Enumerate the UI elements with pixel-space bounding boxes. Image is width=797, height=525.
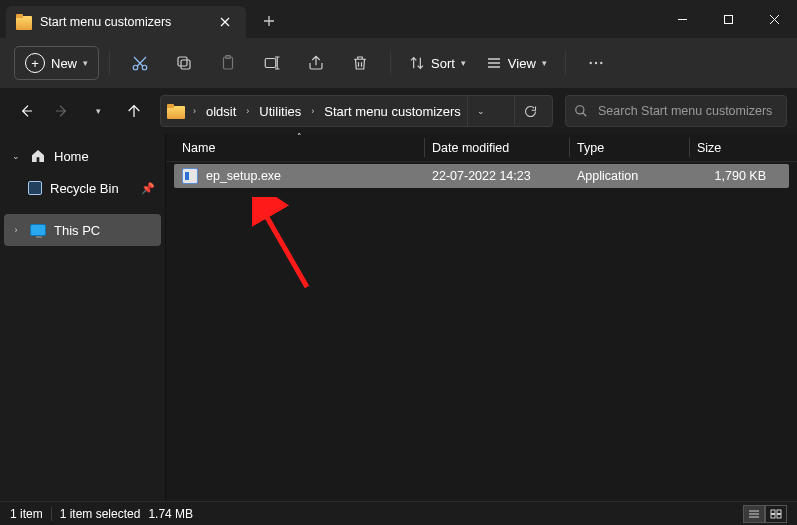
rename-button[interactable] — [252, 46, 292, 80]
svg-point-11 — [576, 106, 584, 114]
separator — [390, 51, 391, 75]
svg-point-2 — [142, 65, 147, 70]
paste-button[interactable] — [208, 46, 248, 80]
column-header-type[interactable]: Type — [569, 134, 689, 161]
svg-rect-7 — [265, 59, 276, 68]
status-selected-size: 1.74 MB — [148, 507, 193, 521]
sidebar-item-this-pc[interactable]: › This PC — [4, 214, 161, 246]
column-header-date[interactable]: Date modified — [424, 134, 569, 161]
sidebar-item-label: Recycle Bin — [50, 181, 119, 196]
sort-button[interactable]: Sort ▾ — [401, 46, 474, 80]
view-button[interactable]: View ▾ — [478, 46, 555, 80]
svg-rect-12 — [771, 510, 775, 514]
column-header-name[interactable]: Name ˄ — [174, 134, 424, 161]
svg-rect-4 — [178, 57, 187, 66]
address-row: ▾ › oldsit › Utilities › Start menu cust… — [0, 88, 797, 134]
sort-ascending-icon: ˄ — [297, 132, 302, 142]
cut-button[interactable] — [120, 46, 160, 80]
chevron-down-icon: ▾ — [542, 58, 547, 68]
column-headers: Name ˄ Date modified Type Size — [166, 134, 797, 162]
cell-date: 22-07-2022 14:23 — [424, 169, 569, 183]
sort-label: Sort — [431, 56, 455, 71]
pin-icon: 📌 — [141, 182, 155, 195]
view-mode-buttons — [743, 505, 787, 523]
copy-button[interactable] — [164, 46, 204, 80]
delete-button[interactable] — [340, 46, 380, 80]
svg-rect-3 — [181, 60, 190, 69]
spacer — [4, 204, 161, 214]
history-dropdown-button[interactable]: ⌄ — [467, 96, 495, 126]
svg-rect-13 — [777, 510, 781, 514]
main: ⌄ Home Recycle Bin 📌 › This PC Name ˄ Da… — [0, 134, 797, 501]
chevron-right-icon: › — [10, 225, 22, 235]
monitor-icon — [30, 222, 46, 238]
new-button[interactable]: + New ▾ — [14, 46, 99, 80]
tab-close-button[interactable] — [214, 11, 236, 33]
sidebar-item-recycle-bin[interactable]: Recycle Bin 📌 — [4, 172, 161, 204]
up-button[interactable] — [118, 95, 150, 127]
home-icon — [30, 148, 46, 164]
column-label: Size — [697, 141, 721, 155]
status-selected-count: 1 item selected — [60, 507, 141, 521]
svg-rect-14 — [771, 514, 775, 518]
window-controls — [659, 0, 797, 38]
titlebar: Start menu customizers — [0, 0, 797, 38]
status-bar: 1 item 1 item selected 1.74 MB — [0, 501, 797, 525]
refresh-button[interactable] — [514, 96, 546, 126]
status-item-count: 1 item — [10, 507, 43, 521]
file-row[interactable]: ep_setup.exe 22-07-2022 14:23 Applicatio… — [174, 164, 789, 188]
close-button[interactable] — [751, 0, 797, 38]
minimize-button[interactable] — [659, 0, 705, 38]
cell-name: ep_setup.exe — [174, 168, 424, 184]
breadcrumb-segment[interactable]: oldsit — [204, 104, 238, 119]
details-view-button[interactable] — [743, 505, 765, 523]
folder-icon — [16, 14, 32, 30]
separator — [109, 51, 110, 75]
svg-rect-0 — [724, 15, 732, 23]
toolbar: + New ▾ Sort ▾ View ▾ — [0, 38, 797, 88]
svg-point-8 — [589, 62, 591, 64]
svg-point-10 — [600, 62, 602, 64]
column-label: Name — [182, 141, 215, 155]
sidebar-item-label: This PC — [54, 223, 100, 238]
tab-title: Start menu customizers — [40, 15, 171, 29]
new-label: New — [51, 56, 77, 71]
recycle-bin-icon — [28, 181, 42, 195]
file-name: ep_setup.exe — [206, 169, 281, 183]
chevron-down-icon: ▾ — [461, 58, 466, 68]
search-input[interactable] — [596, 103, 778, 119]
content-area: Name ˄ Date modified Type Size ep_setup.… — [166, 134, 797, 501]
application-icon — [182, 168, 198, 184]
separator — [565, 51, 566, 75]
chevron-right-icon: › — [242, 106, 253, 116]
tab-active[interactable]: Start menu customizers — [6, 6, 246, 38]
chevron-down-icon: ▾ — [83, 58, 88, 68]
file-list[interactable]: ep_setup.exe 22-07-2022 14:23 Applicatio… — [166, 162, 797, 501]
recent-button[interactable]: ▾ — [82, 95, 114, 127]
new-tab-button[interactable] — [254, 6, 284, 36]
folder-icon — [167, 104, 185, 119]
more-button[interactable] — [576, 46, 616, 80]
search-box[interactable] — [565, 95, 787, 127]
plus-icon: + — [25, 53, 45, 73]
sidebar-item-label: Home — [54, 149, 89, 164]
view-label: View — [508, 56, 536, 71]
svg-rect-15 — [777, 514, 781, 518]
column-header-size[interactable]: Size — [689, 134, 774, 161]
maximize-button[interactable] — [705, 0, 751, 38]
sidebar-item-home[interactable]: ⌄ Home — [4, 140, 161, 172]
address-bar[interactable]: › oldsit › Utilities › Start menu custom… — [160, 95, 553, 127]
column-label: Type — [577, 141, 604, 155]
breadcrumb-segment[interactable]: Utilities — [257, 104, 303, 119]
forward-button[interactable] — [46, 95, 78, 127]
back-button[interactable] — [10, 95, 42, 127]
chevron-right-icon: › — [307, 106, 318, 116]
thumbnails-view-button[interactable] — [765, 505, 787, 523]
svg-point-9 — [595, 62, 597, 64]
share-button[interactable] — [296, 46, 336, 80]
separator — [51, 507, 52, 521]
cell-size: 1,790 KB — [689, 169, 774, 183]
column-label: Date modified — [432, 141, 509, 155]
breadcrumb-segment[interactable]: Start menu customizers — [322, 104, 463, 119]
svg-point-1 — [133, 65, 138, 70]
